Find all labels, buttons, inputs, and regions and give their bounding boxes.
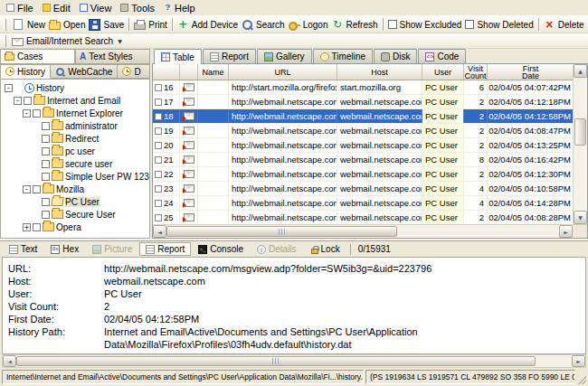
refresh-button[interactable]: ↻Refresh xyxy=(329,17,379,33)
row-checkbox[interactable] xyxy=(155,142,162,149)
tab-lock[interactable]: Lock xyxy=(304,242,346,256)
header-url[interactable]: URL xyxy=(229,64,337,80)
show-excluded-toggle[interactable]: Show Excluded xyxy=(386,18,464,32)
tree-node[interactable]: - Internet and Email xyxy=(3,94,149,107)
header-icon-column[interactable] xyxy=(180,64,198,80)
header-row-number[interactable] xyxy=(153,64,180,80)
tree-expander[interactable] xyxy=(32,147,40,155)
header-visit-count[interactable]: Visit Count xyxy=(464,64,488,80)
menu-file[interactable]: File xyxy=(3,2,39,14)
header-first-date[interactable]: First Date xyxy=(488,64,574,80)
scroll-up-arrow[interactable]: ▲ xyxy=(574,64,587,78)
tree-expander[interactable] xyxy=(32,173,40,181)
toolbar-grip[interactable] xyxy=(4,35,6,47)
detail-scroll-thumb[interactable] xyxy=(16,356,536,366)
tab-text-styles[interactable]: AText Styles xyxy=(75,49,150,64)
table-row[interactable]: 17 http://webmail.netscape.com/_cq webma… xyxy=(153,95,573,109)
tree-expander[interactable] xyxy=(32,198,40,206)
row-checkbox[interactable] xyxy=(155,200,162,207)
tree-checkbox[interactable] xyxy=(42,211,50,219)
tree-expander[interactable] xyxy=(32,160,40,168)
tab-console[interactable]: >_Console xyxy=(192,242,250,256)
row-checkbox[interactable] xyxy=(155,185,162,193)
tree-node[interactable]: - History xyxy=(3,81,149,94)
tree-checkbox[interactable] xyxy=(42,173,50,181)
vertical-scroll-thumb[interactable] xyxy=(574,118,586,146)
show-deleted-toggle[interactable]: Show Deleted xyxy=(463,18,535,32)
new-button[interactable]: New xyxy=(10,17,47,32)
toolbar-grip[interactable] xyxy=(4,19,6,31)
tree-expander[interactable]: - xyxy=(23,109,31,118)
detail-scroll-left-arrow[interactable]: ◄ xyxy=(3,355,16,367)
tree-expander[interactable] xyxy=(32,211,40,219)
header-name[interactable]: Name xyxy=(198,64,229,80)
table-row[interactable]: 20 http://webmail.netscape.com/com webma… xyxy=(153,138,573,153)
row-checkbox[interactable] xyxy=(155,84,162,91)
tree-node[interactable]: PC User xyxy=(3,195,149,208)
tree-node[interactable]: Redirect xyxy=(3,132,149,145)
add-device-button[interactable]: +Add Device xyxy=(175,17,240,33)
row-checkbox[interactable] xyxy=(155,156,162,164)
menu-edit[interactable]: Edit xyxy=(39,2,76,14)
tab-hex[interactable]: 0xHex xyxy=(44,242,85,256)
grid-horizontal-scrollbar[interactable]: ◄ ► xyxy=(153,225,573,238)
tree-node[interactable]: Simple User PW 123 xyxy=(3,170,149,183)
tab-report-bottom[interactable]: Report xyxy=(139,242,191,256)
menu-tools[interactable]: Tools xyxy=(117,2,160,14)
grid-vertical-scrollbar[interactable]: ▲ ▼ xyxy=(573,64,587,224)
subtab-webcache[interactable]: WebCache xyxy=(51,64,118,79)
table-row[interactable]: 23 http://webmail.netscape.com/ms webmai… xyxy=(153,182,573,196)
tree-expander[interactable]: - xyxy=(23,185,31,193)
tree-node[interactable]: administrator xyxy=(3,119,149,132)
logon-button[interactable]: Logon xyxy=(287,17,330,33)
tree-checkbox[interactable] xyxy=(42,122,50,130)
delete-button[interactable]: ×Delete xyxy=(542,17,586,33)
row-checkbox[interactable] xyxy=(155,171,162,178)
show-excluded-checkbox[interactable] xyxy=(388,20,397,29)
tab-report[interactable]: Report xyxy=(203,49,256,63)
tree-node[interactable]: Secure User xyxy=(3,208,149,221)
open-button[interactable]: Open xyxy=(47,17,87,32)
row-checkbox[interactable] xyxy=(155,113,162,120)
tree-checkbox[interactable] xyxy=(42,160,50,168)
scroll-left-arrow[interactable]: ◄ xyxy=(153,225,166,238)
tree-checkbox[interactable] xyxy=(33,223,41,231)
horizontal-scroll-thumb[interactable] xyxy=(166,226,397,237)
tab-picture[interactable]: Picture xyxy=(86,242,138,256)
tab-details[interactable]: iDetails xyxy=(251,242,303,256)
tab-code[interactable]: <>Code xyxy=(418,49,466,63)
tree-expander[interactable]: - xyxy=(14,97,22,105)
table-row[interactable]: 18 http://webmail.netscape.com/msgview.a… xyxy=(153,109,573,124)
tree-node[interactable]: - Mozilla xyxy=(3,183,149,195)
tab-table[interactable]: Table xyxy=(154,49,202,64)
row-checkbox[interactable] xyxy=(155,214,162,221)
tree-expander[interactable]: + xyxy=(23,223,31,231)
tree-expander[interactable] xyxy=(32,122,40,130)
tree-checkbox[interactable] xyxy=(42,135,50,143)
tree-node[interactable]: pc user xyxy=(3,145,149,157)
subtab-clipped[interactable]: D xyxy=(118,64,150,79)
table-row[interactable]: 22 http://webmail.netscape.com/msg webma… xyxy=(153,167,573,182)
tree-node[interactable]: secure user xyxy=(3,157,149,170)
table-row[interactable]: 16 http://start.mozilla.org/firefox?cl s… xyxy=(153,80,573,95)
show-deleted-checkbox[interactable] xyxy=(465,20,474,29)
table-row[interactable]: 21 http://webmail.netscape.com/con webma… xyxy=(153,153,573,167)
scroll-right-arrow[interactable]: ► xyxy=(559,225,573,238)
tab-timeline[interactable]: Timeline xyxy=(313,49,373,63)
detail-scroll-right-arrow[interactable]: ► xyxy=(572,355,585,367)
resize-grip[interactable] xyxy=(576,374,586,384)
row-checkbox[interactable] xyxy=(155,127,162,135)
subtab-history[interactable]: History xyxy=(0,64,51,79)
row-checkbox[interactable] xyxy=(155,99,162,106)
tab-disk[interactable]: Disk xyxy=(374,49,417,63)
tree-checkbox[interactable] xyxy=(33,109,41,118)
tree-checkbox[interactable] xyxy=(42,198,50,206)
detail-horizontal-scrollbar[interactable]: ◄ ► xyxy=(2,354,586,368)
tree-checkbox[interactable] xyxy=(24,97,32,105)
table-row[interactable]: 19 http://webmail.netscape.com/msg webma… xyxy=(153,124,573,138)
tree-expander[interactable] xyxy=(32,135,40,143)
table-row[interactable]: 24 http://webmail.netscape.com/ms webmai… xyxy=(153,196,573,211)
table-row[interactable]: 25 http://webmail.netscape.com/_cq webma… xyxy=(153,211,573,224)
email-internet-search-button[interactable]: Email/Internet Search ▼ xyxy=(10,34,124,48)
menu-help[interactable]: ?Help xyxy=(160,2,201,14)
